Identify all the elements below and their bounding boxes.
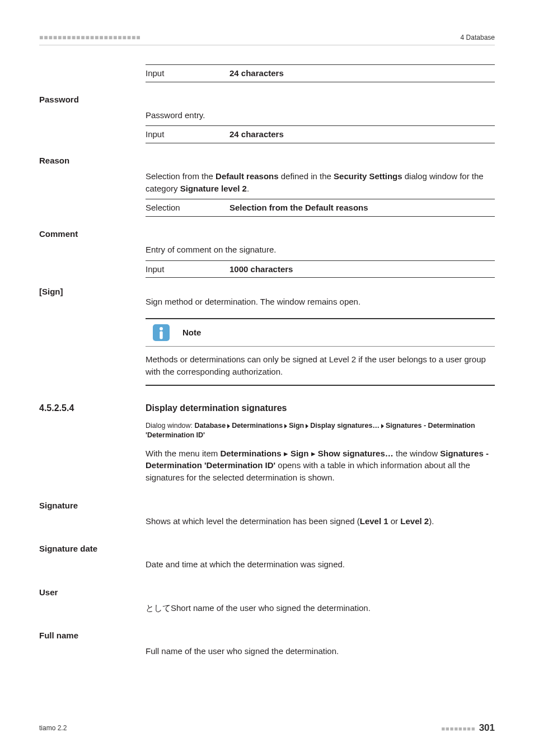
field-desc-reason: Selection from the Default reasons defin… xyxy=(146,170,495,195)
page-footer: tiamo 2.2 ■■■■■■■■301 xyxy=(39,722,495,734)
field-label-full-name: Full name xyxy=(39,629,146,642)
bold: Display signatures… xyxy=(310,422,380,430)
field-label-signature: Signature xyxy=(39,500,146,512)
text: With the menu item xyxy=(146,449,220,458)
text: the window xyxy=(394,449,440,458)
spec-row-comment: Input 1000 characters xyxy=(146,261,495,278)
spec-row-top: Input 24 characters xyxy=(146,65,495,82)
signature-desc: Shows at which level the determination h… xyxy=(146,515,495,528)
svg-marker-3 xyxy=(227,424,230,428)
text: defined in the xyxy=(279,171,334,181)
bold: Default reasons xyxy=(216,171,279,181)
triangle-right-icon xyxy=(227,421,231,431)
bold: Show signatures… xyxy=(318,449,394,458)
field-desc-password: Password entry. xyxy=(146,109,495,122)
section-body: With the menu item Determinations ▸ Sign… xyxy=(146,447,495,484)
spec-key: Input xyxy=(146,263,229,276)
field-label-user: User xyxy=(39,586,146,599)
field-desc-sign: Sign method or determination. The window… xyxy=(146,296,495,308)
field-desc-comment: Entry of comment on the signature. xyxy=(146,244,495,256)
triangle-right-icon xyxy=(305,421,309,431)
text: Dialog window: xyxy=(146,422,195,430)
page-number: 301 xyxy=(479,722,495,733)
text: or xyxy=(388,516,401,526)
bold: Determinations xyxy=(220,449,281,458)
header-right: 4 Database xyxy=(461,34,495,41)
note-title: Note xyxy=(177,319,495,346)
spec-val: Selection from the Default reasons xyxy=(229,202,495,214)
section-number: 4.5.2.5.4 xyxy=(39,402,146,414)
field-label-comment: Comment xyxy=(39,228,146,240)
svg-rect-2 xyxy=(160,332,162,339)
info-icon xyxy=(146,319,177,346)
text: ▸ xyxy=(308,449,317,458)
sig-date-desc: Date and time at which the determination… xyxy=(146,558,495,571)
text: Selection from the xyxy=(146,171,216,181)
footer-dots: ■■■■■■■■ xyxy=(441,725,475,732)
svg-marker-4 xyxy=(284,424,287,428)
field-label-sign: [Sign] xyxy=(39,286,146,298)
bold: Security Settings xyxy=(334,171,402,181)
spec-row-password: Input 24 characters xyxy=(146,126,495,143)
spec-val: 24 characters xyxy=(229,128,495,141)
bold: Database xyxy=(195,422,226,430)
section-title: Display determination signatures xyxy=(146,402,495,414)
text: ▸ xyxy=(282,449,291,458)
bold: Level 1 xyxy=(360,516,388,526)
spec-key: Input xyxy=(146,128,229,141)
spec-key: Input xyxy=(146,67,229,80)
footer-right: ■■■■■■■■301 xyxy=(441,722,495,734)
svg-marker-5 xyxy=(306,424,308,428)
text: ). xyxy=(429,516,434,526)
bold: Determinations xyxy=(232,422,283,430)
text: . xyxy=(247,184,249,193)
bold: Sign xyxy=(289,422,304,430)
user-desc: Short name of the user who signed the de… xyxy=(171,602,495,614)
spec-val: 1000 characters xyxy=(229,263,495,276)
field-label-reason: Reason xyxy=(39,155,146,167)
svg-point-1 xyxy=(160,327,163,330)
note-body: Methods or determinations can only be si… xyxy=(146,353,495,378)
spec-row-reason: Selection Selection from the Default rea… xyxy=(146,199,495,217)
field-label-password: Password xyxy=(39,94,146,106)
note-box: Note Methods or determinations can only … xyxy=(146,318,495,386)
dialog-path: Dialog window: DatabaseDeterminationsSig… xyxy=(146,421,495,441)
bold: Signature level 2 xyxy=(180,184,247,193)
spec-key: Selection xyxy=(146,202,229,214)
footer-left: tiamo 2.2 xyxy=(39,724,67,732)
full-name-desc: Full name of the user who signed the det… xyxy=(146,645,495,657)
page-header: ■■■■■■■■■■■■■■■■■■■■■■ 4 Database xyxy=(39,34,495,45)
bold: Level 2 xyxy=(400,516,429,526)
field-label-sig-date: Signature date xyxy=(39,543,146,555)
svg-marker-6 xyxy=(381,424,384,428)
header-left-pattern: ■■■■■■■■■■■■■■■■■■■■■■ xyxy=(39,34,140,41)
bold: Sign xyxy=(291,449,309,458)
text: Shows at which level the determination h… xyxy=(146,516,360,526)
spec-val: 24 characters xyxy=(229,67,495,80)
triangle-right-icon xyxy=(284,421,288,431)
triangle-right-icon xyxy=(381,421,385,431)
